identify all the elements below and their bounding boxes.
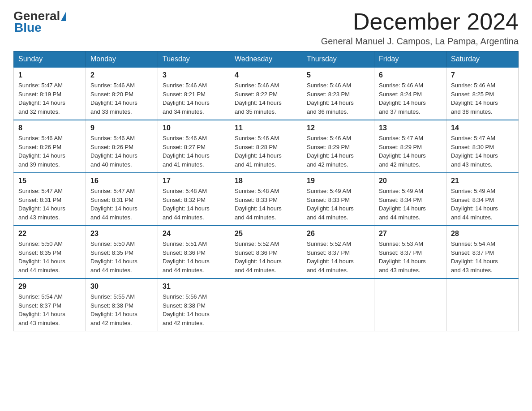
logo: General Blue — [13, 9, 67, 35]
day-info: Sunrise: 5:56 AMSunset: 8:38 PMDaylight:… — [163, 293, 210, 326]
day-header-monday: Monday — [86, 51, 158, 68]
day-info: Sunrise: 5:46 AMSunset: 8:29 PMDaylight:… — [307, 135, 354, 168]
calendar-cell: 13 Sunrise: 5:47 AMSunset: 8:29 PMDaylig… — [374, 120, 446, 173]
day-info: Sunrise: 5:49 AMSunset: 8:33 PMDaylight:… — [307, 188, 354, 221]
day-info: Sunrise: 5:52 AMSunset: 8:36 PMDaylight:… — [235, 240, 282, 274]
calendar-cell: 24 Sunrise: 5:51 AMSunset: 8:36 PMDaylig… — [158, 226, 230, 278]
location-subtitle: General Manuel J. Campos, La Pampa, Arge… — [321, 36, 519, 47]
calendar-cell: 2 Sunrise: 5:46 AMSunset: 8:20 PMDayligh… — [86, 67, 158, 120]
day-header-wednesday: Wednesday — [230, 51, 302, 68]
calendar-week-row: 22 Sunrise: 5:50 AMSunset: 8:35 PMDaylig… — [14, 226, 519, 278]
title-area: December 2024 General Manuel J. Campos, … — [321, 9, 519, 47]
calendar-cell: 5 Sunrise: 5:46 AMSunset: 8:23 PMDayligh… — [302, 67, 374, 120]
page-header: General Blue December 2024 General Manue… — [13, 9, 519, 47]
calendar-cell: 9 Sunrise: 5:46 AMSunset: 8:26 PMDayligh… — [86, 120, 158, 173]
calendar-cell: 7 Sunrise: 5:46 AMSunset: 8:25 PMDayligh… — [446, 67, 519, 120]
day-number: 29 — [18, 283, 81, 291]
calendar-table: SundayMondayTuesdayWednesdayThursdayFrid… — [13, 51, 519, 331]
day-header-sunday: Sunday — [14, 51, 86, 68]
calendar-week-row: 29 Sunrise: 5:54 AMSunset: 8:37 PMDaylig… — [14, 278, 519, 331]
calendar-cell: 16 Sunrise: 5:47 AMSunset: 8:31 PMDaylig… — [86, 173, 158, 226]
day-info: Sunrise: 5:46 AMSunset: 8:26 PMDaylight:… — [90, 135, 137, 168]
day-number: 18 — [235, 177, 297, 185]
calendar-cell — [374, 278, 446, 331]
day-info: Sunrise: 5:46 AMSunset: 8:24 PMDaylight:… — [379, 82, 426, 115]
calendar-cell: 31 Sunrise: 5:56 AMSunset: 8:38 PMDaylig… — [158, 278, 230, 331]
calendar-cell: 3 Sunrise: 5:46 AMSunset: 8:21 PMDayligh… — [158, 67, 230, 120]
day-number: 6 — [379, 71, 442, 79]
day-number: 5 — [307, 71, 369, 79]
day-header-friday: Friday — [374, 51, 446, 68]
calendar-cell: 27 Sunrise: 5:53 AMSunset: 8:37 PMDaylig… — [374, 226, 446, 278]
day-info: Sunrise: 5:51 AMSunset: 8:36 PMDaylight:… — [163, 240, 210, 274]
day-info: Sunrise: 5:53 AMSunset: 8:37 PMDaylight:… — [379, 240, 426, 274]
calendar-cell: 8 Sunrise: 5:46 AMSunset: 8:26 PMDayligh… — [14, 120, 86, 173]
day-header-saturday: Saturday — [446, 51, 519, 68]
calendar-cell: 22 Sunrise: 5:50 AMSunset: 8:35 PMDaylig… — [14, 226, 86, 278]
day-info: Sunrise: 5:46 AMSunset: 8:28 PMDaylight:… — [235, 135, 282, 168]
calendar-cell — [446, 278, 519, 331]
calendar-cell: 17 Sunrise: 5:48 AMSunset: 8:32 PMDaylig… — [158, 173, 230, 226]
calendar-week-row: 8 Sunrise: 5:46 AMSunset: 8:26 PMDayligh… — [14, 120, 519, 173]
calendar-cell: 28 Sunrise: 5:54 AMSunset: 8:37 PMDaylig… — [446, 226, 519, 278]
day-number: 12 — [307, 124, 369, 132]
day-info: Sunrise: 5:47 AMSunset: 8:31 PMDaylight:… — [18, 188, 65, 221]
calendar-cell: 15 Sunrise: 5:47 AMSunset: 8:31 PMDaylig… — [14, 173, 86, 226]
day-number: 26 — [307, 230, 369, 238]
calendar-cell: 11 Sunrise: 5:46 AMSunset: 8:28 PMDaylig… — [230, 120, 302, 173]
calendar-cell: 6 Sunrise: 5:46 AMSunset: 8:24 PMDayligh… — [374, 67, 446, 120]
day-info: Sunrise: 5:48 AMSunset: 8:33 PMDaylight:… — [235, 188, 282, 221]
calendar-cell: 21 Sunrise: 5:49 AMSunset: 8:34 PMDaylig… — [446, 173, 519, 226]
day-number: 10 — [163, 124, 225, 132]
logo-triangle-icon — [61, 11, 66, 21]
calendar-cell: 30 Sunrise: 5:55 AMSunset: 8:38 PMDaylig… — [86, 278, 158, 331]
day-number: 2 — [90, 71, 153, 79]
day-info: Sunrise: 5:46 AMSunset: 8:22 PMDaylight:… — [235, 82, 282, 115]
calendar-cell: 26 Sunrise: 5:52 AMSunset: 8:37 PMDaylig… — [302, 226, 374, 278]
calendar-week-row: 1 Sunrise: 5:47 AMSunset: 8:19 PMDayligh… — [14, 67, 519, 120]
logo-blue-text: Blue — [14, 21, 42, 35]
day-info: Sunrise: 5:47 AMSunset: 8:29 PMDaylight:… — [379, 135, 426, 168]
calendar-cell — [302, 278, 374, 331]
calendar-cell: 4 Sunrise: 5:46 AMSunset: 8:22 PMDayligh… — [230, 67, 302, 120]
day-number: 3 — [163, 71, 225, 79]
day-info: Sunrise: 5:46 AMSunset: 8:27 PMDaylight:… — [163, 135, 210, 168]
calendar-week-row: 15 Sunrise: 5:47 AMSunset: 8:31 PMDaylig… — [14, 173, 519, 226]
day-info: Sunrise: 5:46 AMSunset: 8:25 PMDaylight:… — [451, 82, 498, 115]
day-number: 13 — [379, 124, 442, 132]
day-header-thursday: Thursday — [302, 51, 374, 68]
day-number: 21 — [451, 177, 514, 185]
day-info: Sunrise: 5:54 AMSunset: 8:37 PMDaylight:… — [18, 293, 65, 326]
day-number: 24 — [163, 230, 225, 238]
day-info: Sunrise: 5:48 AMSunset: 8:32 PMDaylight:… — [163, 188, 210, 221]
day-info: Sunrise: 5:46 AMSunset: 8:23 PMDaylight:… — [307, 82, 354, 115]
day-number: 7 — [451, 71, 514, 79]
day-number: 20 — [379, 177, 442, 185]
day-info: Sunrise: 5:52 AMSunset: 8:37 PMDaylight:… — [307, 240, 354, 274]
day-info: Sunrise: 5:46 AMSunset: 8:20 PMDaylight:… — [90, 82, 137, 115]
day-info: Sunrise: 5:55 AMSunset: 8:38 PMDaylight:… — [90, 293, 137, 326]
calendar-cell — [230, 278, 302, 331]
day-number: 30 — [90, 283, 153, 291]
calendar-cell: 25 Sunrise: 5:52 AMSunset: 8:36 PMDaylig… — [230, 226, 302, 278]
day-number: 11 — [235, 124, 297, 132]
day-number: 17 — [163, 177, 225, 185]
day-number: 16 — [90, 177, 153, 185]
day-number: 1 — [18, 71, 81, 79]
calendar-cell: 1 Sunrise: 5:47 AMSunset: 8:19 PMDayligh… — [14, 67, 86, 120]
calendar-cell: 12 Sunrise: 5:46 AMSunset: 8:29 PMDaylig… — [302, 120, 374, 173]
calendar-cell: 18 Sunrise: 5:48 AMSunset: 8:33 PMDaylig… — [230, 173, 302, 226]
day-info: Sunrise: 5:50 AMSunset: 8:35 PMDaylight:… — [90, 240, 137, 274]
day-number: 28 — [451, 230, 514, 238]
day-info: Sunrise: 5:46 AMSunset: 8:26 PMDaylight:… — [18, 135, 65, 168]
day-number: 31 — [163, 283, 225, 291]
day-number: 15 — [18, 177, 81, 185]
day-info: Sunrise: 5:49 AMSunset: 8:34 PMDaylight:… — [451, 188, 498, 221]
day-number: 8 — [18, 124, 81, 132]
day-info: Sunrise: 5:50 AMSunset: 8:35 PMDaylight:… — [18, 240, 65, 274]
day-info: Sunrise: 5:47 AMSunset: 8:31 PMDaylight:… — [90, 188, 137, 221]
day-number: 27 — [379, 230, 442, 238]
day-number: 22 — [18, 230, 81, 238]
day-number: 14 — [451, 124, 514, 132]
day-info: Sunrise: 5:49 AMSunset: 8:34 PMDaylight:… — [379, 188, 426, 221]
